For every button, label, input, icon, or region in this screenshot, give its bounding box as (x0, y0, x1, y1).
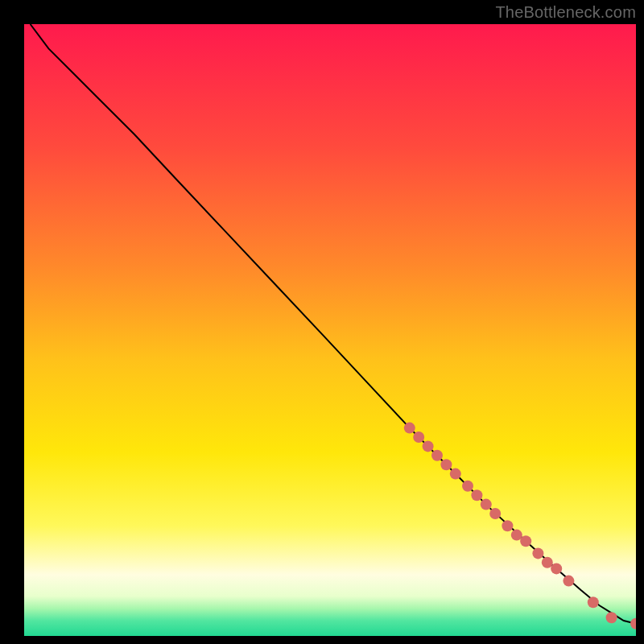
marker-point (502, 520, 513, 531)
marker-point (471, 489, 482, 501)
marker-point (481, 499, 492, 510)
marker-point (511, 530, 522, 541)
marker-point (431, 450, 443, 461)
plot-area (24, 24, 636, 636)
watermark-label: TheBottleneck.com (495, 3, 636, 22)
marker-point (489, 508, 501, 519)
chart-stage: TheBottleneck.com (0, 0, 644, 644)
chart-svg (24, 24, 636, 636)
marker-point (542, 557, 553, 568)
marker-point (450, 469, 461, 480)
marker-point (440, 459, 452, 470)
marker-point (551, 563, 562, 574)
marker-point (532, 547, 543, 559)
marker-point (588, 597, 599, 608)
marker-point (423, 440, 434, 452)
marker-point (413, 431, 424, 443)
marker-point (462, 481, 473, 492)
marker-point (563, 576, 574, 587)
marker-point (520, 535, 531, 547)
marker-point (606, 612, 617, 623)
marker-point (404, 423, 415, 434)
